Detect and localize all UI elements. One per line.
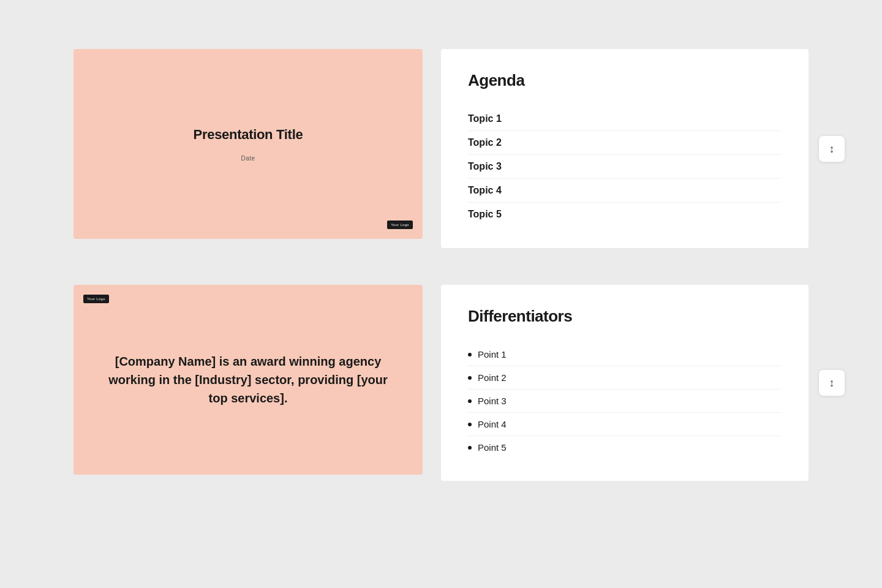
slide-row-2: Your Logo [Company Name] is an award win…	[74, 285, 809, 481]
title-slide: Presentation Title Date Your Logo	[74, 49, 423, 239]
agenda-panel: Agenda Topic 1 Topic 2 Topic 3 Topic 4 T…	[441, 49, 809, 248]
list-item: Point 4	[468, 413, 782, 436]
list-item: Topic 4	[468, 179, 782, 203]
bullet-dot	[468, 353, 472, 356]
expand-icon: ↕	[829, 377, 835, 388]
bullet-dot	[468, 399, 472, 403]
list-item: Point 2	[468, 366, 782, 390]
agenda-list: Topic 1 Topic 2 Topic 3 Topic 4 Topic 5	[468, 107, 782, 226]
differentiators-panel: Differentiators Point 1 Point 2 Point 3 …	[441, 285, 809, 481]
list-item: Topic 5	[468, 203, 782, 226]
expand-button-1[interactable]: ↕	[818, 135, 845, 162]
differentiators-list: Point 1 Point 2 Point 3 Point 4 Point 5	[468, 343, 782, 459]
bullet-dot	[468, 446, 472, 450]
slide-logo-top-left: Your Logo	[83, 295, 109, 303]
company-slide: Your Logo [Company Name] is an award win…	[74, 285, 423, 475]
bullet-dot	[468, 423, 472, 426]
list-item: Point 3	[468, 390, 782, 413]
differentiators-title: Differentiators	[468, 307, 782, 326]
list-item: Point 5	[468, 436, 782, 459]
list-item: Topic 2	[468, 131, 782, 155]
slide-row-1: Presentation Title Date Your Logo Agenda…	[74, 49, 809, 248]
slide-logo: Your Logo	[387, 221, 413, 229]
expand-button-2[interactable]: ↕	[818, 369, 845, 396]
page-container: Presentation Title Date Your Logo Agenda…	[0, 0, 882, 530]
expand-icon: ↕	[829, 143, 835, 154]
list-item: Topic 3	[468, 155, 782, 179]
slide-date: Date	[241, 155, 255, 162]
slide-title: Presentation Title	[194, 127, 303, 143]
bullet-dot	[468, 376, 472, 380]
list-item: Point 1	[468, 343, 782, 366]
list-item: Topic 1	[468, 107, 782, 131]
company-slide-body: [Company Name] is an award winning agenc…	[104, 352, 392, 407]
agenda-title: Agenda	[468, 71, 782, 90]
